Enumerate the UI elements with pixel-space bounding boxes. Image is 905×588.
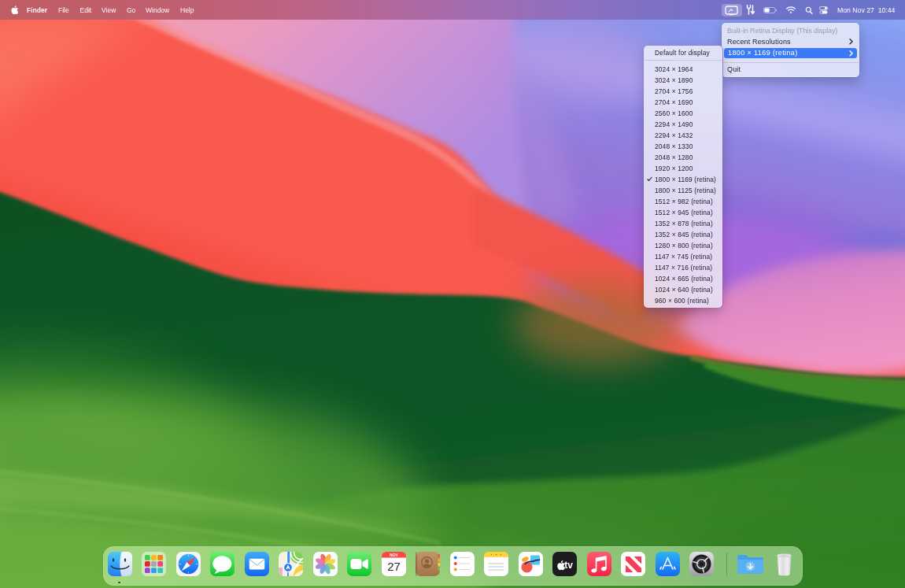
svg-text:tv: tv (564, 560, 573, 571)
svg-text:NOV: NOV (390, 553, 398, 557)
svg-text:27: 27 (387, 560, 401, 573)
